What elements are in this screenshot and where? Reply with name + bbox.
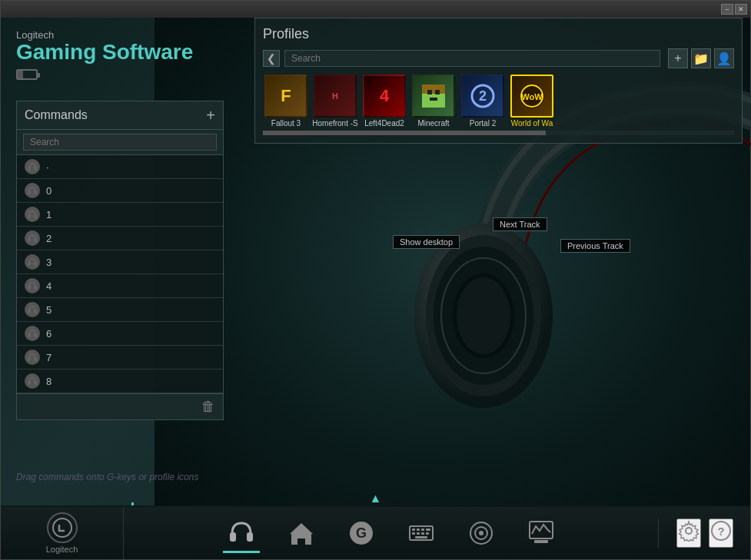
profile-add-button[interactable]: +: [668, 48, 688, 68]
command-item-8[interactable]: 8: [17, 369, 223, 393]
svg-point-57: [53, 519, 71, 537]
commands-title: Commands: [25, 108, 88, 122]
command-item-icon: [25, 350, 40, 365]
tooltip-show-desktop: Show desktop: [393, 235, 460, 249]
svg-rect-4: [430, 98, 437, 101]
svg-rect-44: [35, 238, 37, 242]
svg-text:G: G: [355, 525, 366, 541]
header: Logitech Gaming Software: [1, 18, 231, 94]
profile-label-left4dead2: Left4Dead2: [364, 119, 404, 128]
profile-label-homefront: Homefront -S: [312, 119, 357, 128]
command-item-icon: [25, 183, 40, 198]
svg-point-75: [479, 531, 483, 535]
commands-footer: 🗑: [17, 393, 223, 419]
svg-rect-48: [35, 286, 37, 290]
svg-rect-51: [28, 333, 31, 337]
tooltip-next-track: Next Track: [493, 217, 547, 231]
svg-rect-52: [35, 333, 37, 337]
commands-panel: Commands + ·012345678 🗑: [16, 101, 224, 420]
svg-rect-53: [28, 357, 31, 361]
command-item-dot[interactable]: ·: [17, 155, 223, 179]
svg-rect-71: [426, 532, 429, 535]
profiles-search-input[interactable]: [284, 50, 660, 67]
taskbar-device-home[interactable]: [283, 515, 320, 552]
profiles-icons-row: F Fallout 3 H Homefront -S 4: [263, 75, 734, 128]
taskbar-device-audio[interactable]: [523, 515, 560, 552]
command-item-icon: [25, 159, 40, 174]
command-item-6[interactable]: 6: [17, 322, 223, 346]
taskbar-device-speaker[interactable]: [463, 515, 500, 552]
command-item-0[interactable]: 0: [17, 179, 223, 203]
minimize-button[interactable]: –: [721, 4, 733, 15]
svg-rect-67: [426, 529, 430, 531]
command-item-4[interactable]: 4: [17, 274, 223, 298]
svg-rect-39: [28, 191, 31, 194]
delete-button[interactable]: 🗑: [201, 399, 215, 415]
profiles-scrollbar[interactable]: [263, 131, 734, 135]
commands-search-input[interactable]: [23, 134, 217, 151]
command-item-name: 7: [46, 352, 215, 363]
logitech-logo-icon[interactable]: [47, 512, 78, 543]
profiles-toolbar: ❮ + 📁 👤: [263, 48, 734, 68]
svg-rect-41: [28, 214, 31, 218]
command-item-3[interactable]: 3: [17, 250, 223, 274]
svg-rect-50: [35, 310, 37, 313]
settings-button[interactable]: [676, 519, 701, 548]
svg-rect-69: [417, 532, 420, 535]
profile-label-portal2: Portal 2: [470, 119, 496, 128]
profile-icon-fallout3[interactable]: F Fallout 3: [263, 75, 309, 128]
svg-rect-40: [35, 191, 37, 194]
command-item-name: 8: [46, 376, 215, 387]
brand-label: Logitech: [16, 29, 216, 41]
profile-icon-homefront[interactable]: H Homefront -S: [312, 75, 358, 128]
help-button[interactable]: ?: [709, 519, 733, 548]
taskbar: Logitech: [1, 505, 750, 559]
command-item-name: 1: [46, 209, 215, 220]
svg-rect-49: [28, 310, 31, 313]
svg-rect-72: [415, 536, 427, 538]
profile-icon-portal2[interactable]: 2 Portal 2: [460, 75, 506, 128]
taskbar-device-keyboard[interactable]: [403, 515, 440, 552]
tooltip-prev-track: Previous Track: [560, 239, 630, 253]
titlebar: – ✕: [1, 1, 750, 18]
profiles-back-button[interactable]: ❮: [263, 50, 280, 67]
profile-label-wow: World of Wa: [511, 119, 553, 128]
svg-text:?: ?: [717, 525, 724, 538]
taskbar-right: ?: [658, 519, 750, 548]
profile-icon-left4dead2[interactable]: 4 Left4Dead2: [361, 75, 407, 128]
profile-user-button[interactable]: 👤: [714, 48, 734, 68]
commands-search-box: [17, 130, 223, 155]
command-item-2[interactable]: 2: [17, 227, 223, 250]
svg-text:2: 2: [479, 88, 487, 104]
command-item-7[interactable]: 7: [17, 346, 223, 369]
command-item-name: 3: [46, 257, 215, 268]
svg-rect-1: [422, 84, 445, 94]
audio-device-icon: [526, 518, 557, 548]
headset-device-icon: [226, 517, 257, 548]
command-item-5[interactable]: 5: [17, 298, 223, 322]
profile-icon-wow[interactable]: WoW World of Wa: [509, 75, 555, 128]
commands-add-button[interactable]: +: [206, 108, 215, 123]
taskbar-device-headset[interactable]: [223, 514, 260, 553]
command-item-name: 5: [46, 304, 215, 316]
svg-rect-38: [35, 167, 37, 171]
svg-rect-56: [35, 381, 37, 385]
command-item-1[interactable]: 1: [17, 203, 223, 227]
profile-label-minecraft: Minecraft: [417, 119, 449, 128]
command-item-icon: [25, 326, 40, 341]
profile-folder-button[interactable]: 📁: [691, 48, 711, 68]
profile-icon-minecraft[interactable]: Minecraft: [410, 75, 457, 128]
svg-rect-77: [534, 540, 548, 543]
svg-rect-65: [417, 529, 420, 531]
command-item-icon: [25, 207, 40, 222]
taskbar-scroll-indicator: ▲: [370, 492, 382, 505]
taskbar-logitech-section: Logitech: [1, 507, 124, 559]
command-item-name: 0: [46, 185, 215, 197]
svg-rect-58: [230, 532, 236, 542]
svg-rect-43: [28, 238, 31, 242]
close-button[interactable]: ✕: [735, 4, 747, 15]
taskbar-device-glogo[interactable]: G: [343, 515, 380, 552]
profile-label-fallout3: Fallout 3: [271, 119, 301, 128]
command-item-icon: [25, 373, 40, 389]
svg-point-78: [686, 528, 692, 534]
